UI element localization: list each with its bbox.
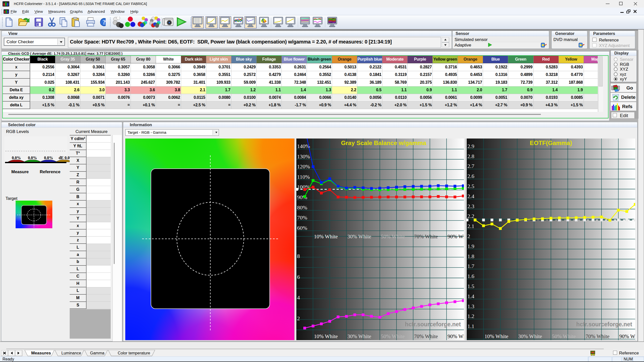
svg-text:2.3: 2.3 [467,203,474,209]
svg-text:0.0%: 0.0% [12,156,21,160]
svg-text:1.6: 1.6 [467,273,474,279]
svg-text:110%: 110% [297,174,310,180]
svg-text:30% White: 30% White [347,333,371,339]
svg-text:90% Whi: 90% Whi [619,333,635,339]
svg-text:10% White: 10% White [314,234,338,240]
svg-text:90% Whi: 90% Whi [448,333,464,339]
svg-text:dE 0.0: dE 0.0 [59,156,70,160]
svg-text:2.6: 2.6 [467,173,474,179]
svg-text:Gamma: Gamma [90,351,104,355]
svg-text:30% White: 30% White [347,234,371,240]
svg-text:Gray Scale Balance w/gamma: Gray Scale Balance w/gamma [341,140,427,146]
svg-text:10% White: 10% White [314,333,338,339]
svg-text:70%: 70% [297,214,307,221]
svg-text:70% White: 70% White [586,333,610,339]
svg-text:2.2: 2.2 [467,213,474,219]
svg-text:hcfr.sourceforge.net: hcfr.sourceforge.net [576,321,632,328]
svg-text:1.8: 1.8 [467,253,474,259]
svg-text:30% White: 30% White [518,333,542,339]
svg-text:1.1: 1.1 [467,323,474,329]
svg-text:8: 8 [297,253,300,259]
svg-text:130%: 130% [297,153,310,160]
svg-text:2.7: 2.7 [467,163,474,169]
svg-text:1.9: 1.9 [467,243,474,249]
svg-text:70% White: 70% White [414,234,438,240]
svg-text:EOTF(Gamma): EOTF(Gamma) [530,140,572,146]
svg-text:2.8: 2.8 [467,153,474,159]
svg-text:hcfr.sourceforge.net: hcfr.sourceforge.net [405,321,461,328]
svg-text:0.0%: 0.0% [28,156,37,160]
svg-text:2.9: 2.9 [467,143,474,149]
svg-text:Luminance: Luminance [61,351,81,355]
svg-text:2.5: 2.5 [467,183,474,189]
svg-text:2: 2 [467,233,470,239]
svg-text:50% White: 50% White [381,234,405,240]
svg-text:1.3: 1.3 [467,303,474,309]
svg-text:70% White: 70% White [414,333,438,339]
svg-text:?: ? [103,19,106,26]
svg-text:0.0%: 0.0% [44,156,53,160]
svg-text:2: 2 [297,315,300,322]
svg-text:10% White: 10% White [485,333,508,339]
svg-text:120%: 120% [297,163,310,170]
svg-text:80%: 80% [297,204,307,211]
svg-text:50% White: 50% White [381,333,405,339]
svg-text:90% Whi: 90% Whi [448,234,464,240]
svg-text:6: 6 [297,274,300,280]
svg-text:50% White: 50% White [552,333,576,339]
svg-text:1.5: 1.5 [467,283,474,289]
svg-text:1.2: 1.2 [467,313,474,319]
svg-text:60%: 60% [297,225,307,231]
svg-text:1.7: 1.7 [467,263,474,269]
svg-text:2.4: 2.4 [467,193,474,199]
svg-text:1.4: 1.4 [467,293,474,299]
svg-text:Color temperature: Color temperature [118,351,150,355]
svg-text:Measures: Measures [31,351,51,355]
svg-text:4: 4 [297,294,300,301]
svg-text:2.1: 2.1 [467,223,474,229]
